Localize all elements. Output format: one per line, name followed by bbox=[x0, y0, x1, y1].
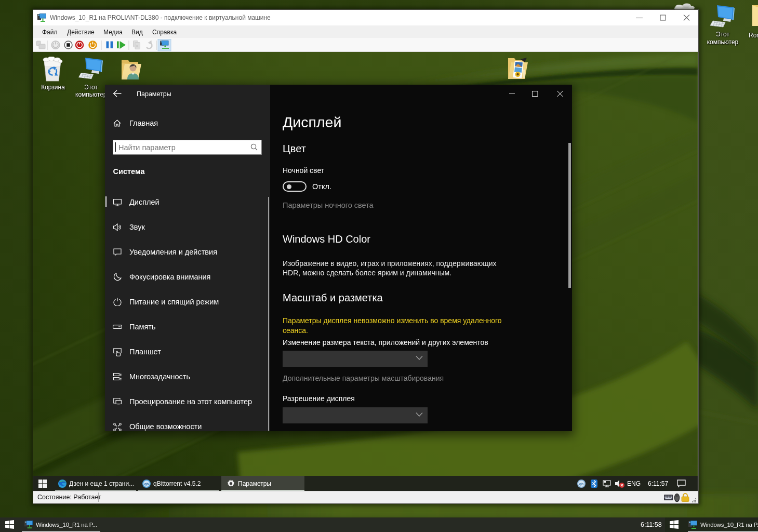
svg-text:qb: qb bbox=[144, 482, 149, 486]
svg-text:qb: qb bbox=[579, 482, 584, 486]
